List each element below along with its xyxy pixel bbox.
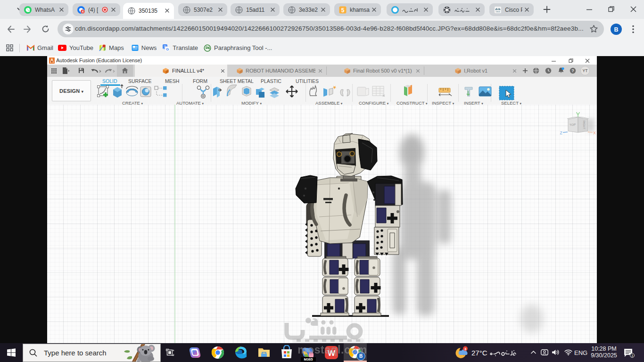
svg-text:W: W (328, 349, 336, 358)
svg-text:?: ? (571, 68, 574, 73)
svg-text:B: B (359, 354, 363, 359)
svg-text:G: G (166, 47, 169, 51)
svg-text:RIGHT: RIGHT (583, 121, 586, 130)
svg-text:4: 4 (82, 10, 84, 13)
svg-text:3: 3 (631, 354, 633, 357)
svg-text:3: 3 (464, 347, 466, 351)
svg-text:5: 5 (341, 7, 345, 13)
svg-text:B: B (614, 26, 618, 33)
svg-text:Z: Z (560, 131, 562, 135)
svg-text:TOP: TOP (570, 123, 576, 126)
svg-text:cisco: cisco (495, 10, 500, 13)
svg-text:YT: YT (583, 68, 588, 73)
svg-text:X: X (593, 131, 596, 135)
